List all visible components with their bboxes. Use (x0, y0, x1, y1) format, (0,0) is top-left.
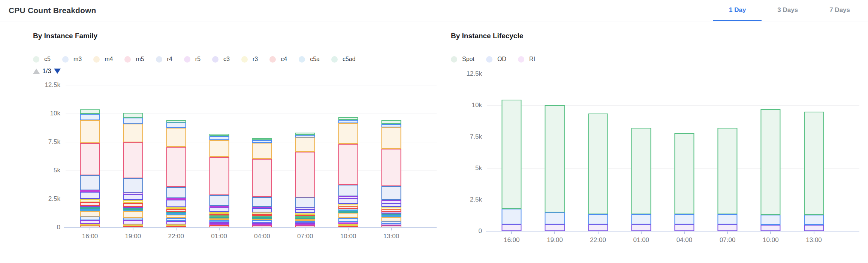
bar-22:00[interactable] (588, 114, 608, 231)
bar-segment-pink (338, 144, 358, 185)
tab-1-day[interactable]: 1 Day (713, 0, 762, 21)
legend-item-r3[interactable]: r3 (241, 56, 258, 63)
header: CPU Count Breakdown 1 Day 3 Days 7 Days (0, 0, 868, 21)
legend-item-c5[interactable]: c5 (33, 56, 51, 63)
legend-dot-icon (269, 56, 276, 63)
legend-dot-icon (486, 56, 492, 63)
bar-segment-green (674, 133, 694, 214)
bar-segment-purple (166, 221, 186, 224)
bar-segment-blue (123, 118, 143, 124)
bar-10:00[interactable] (338, 117, 358, 227)
legend-item-m4[interactable]: m4 (93, 56, 113, 63)
tab-3-days[interactable]: 3 Days (762, 0, 814, 21)
y-axis-tick-label: 10k (459, 102, 482, 109)
bar-segment-amber (166, 128, 186, 147)
bar-segment-amber (209, 140, 229, 157)
legend-item-r4[interactable]: r4 (156, 56, 172, 63)
bar-19:00[interactable] (545, 105, 565, 231)
legend-item-label: c3 (223, 56, 230, 63)
bar-13:00[interactable] (381, 120, 401, 227)
bar-segment-violet (761, 225, 781, 231)
bar-01:00[interactable] (209, 134, 229, 227)
bar-segment-blue (631, 214, 651, 224)
legend-item-label: OD (497, 56, 506, 63)
legend-item-spot[interactable]: Spot (451, 56, 474, 63)
y-axis-tick-label: 7.5k (37, 138, 60, 146)
x-axis-tick-label: 10:00 (763, 236, 779, 244)
bar-segment-blue (545, 212, 565, 224)
gridline (66, 85, 437, 85)
legend-page-down-icon[interactable] (54, 69, 61, 74)
legend-item-label: c4 (281, 56, 287, 63)
bar-segment-amber (338, 213, 358, 218)
bar-segment-green (804, 112, 824, 215)
y-axis-tick-label: 0 (37, 224, 60, 231)
gridline (487, 74, 859, 74)
legend-item-c4[interactable]: c4 (269, 56, 287, 63)
y-axis-tick-label: 12.5k (459, 70, 482, 78)
legend-dot-icon (184, 56, 190, 63)
legend-item-c5ad[interactable]: c5ad (331, 56, 356, 63)
legend-item-c3[interactable]: c3 (212, 56, 230, 63)
legend-dot-icon (124, 56, 131, 63)
legend-item-m3[interactable]: m3 (62, 56, 82, 63)
bar-segment-amber (295, 137, 315, 152)
bar-segment-blue (209, 136, 229, 140)
x-axis-tick (133, 227, 133, 230)
legend-item-c5a[interactable]: c5a (299, 56, 320, 63)
bar-segment-purple (123, 220, 143, 224)
bar-segment-pink (252, 159, 272, 197)
bar-segment-amber (123, 124, 143, 142)
legend-dot-icon (33, 56, 39, 63)
x-axis-tick (511, 231, 512, 234)
panel-instance-family: By Instance Family c5m3m4m5r4r5c3r3c4c5a… (0, 21, 445, 231)
bar-10:00[interactable] (761, 109, 781, 231)
tab-7-days[interactable]: 7 Days (814, 0, 866, 21)
x-axis-tick-label: 22:00 (168, 233, 184, 240)
legend-page-up-icon[interactable] (33, 69, 40, 74)
x-axis-tick (598, 231, 599, 234)
bar-segment-steel (252, 197, 272, 207)
bar-segment-purple (80, 220, 100, 224)
bar-segment-green (80, 109, 100, 114)
legend-item-label: c5a (310, 56, 320, 63)
legend-item-od[interactable]: OD (486, 56, 506, 63)
bar-segment-blue (80, 217, 100, 221)
x-axis-tick-label: 19:00 (547, 236, 563, 244)
bar-01:00[interactable] (631, 128, 651, 231)
bar-segment-steel (381, 186, 401, 200)
bar-segment-purple (381, 200, 401, 203)
bar-13:00[interactable] (804, 112, 824, 231)
bar-segment-amber (123, 211, 143, 218)
bar-segment-steel (295, 197, 315, 208)
legend-dot-icon (241, 56, 248, 63)
legend-item-ri[interactable]: RI (518, 56, 535, 63)
bar-19:00[interactable] (123, 113, 143, 227)
x-axis-tick (641, 231, 642, 234)
x-axis-tick-label: 01:00 (211, 233, 227, 240)
y-axis-tick-label: 5k (37, 167, 60, 174)
bar-07:00[interactable] (295, 133, 315, 227)
legend-dot-icon (331, 56, 338, 63)
legend-dot-icon (299, 56, 305, 63)
bar-04:00[interactable] (674, 133, 694, 231)
x-axis-tick (176, 227, 177, 230)
legend-item-m5[interactable]: m5 (124, 56, 144, 63)
bar-22:00[interactable] (166, 120, 186, 227)
legend-item-label: m5 (136, 56, 144, 63)
bar-16:00[interactable] (502, 100, 522, 231)
bar-segment-amber (166, 215, 186, 218)
panel-instance-lifecycle: By Instance Lifecycle SpotODRI 12.5k10k7… (445, 21, 868, 231)
instance-family-plot: 12.5k10k7.5k5k2.5k016:0019:0022:0001:000… (66, 80, 437, 227)
bar-07:00[interactable] (718, 128, 738, 231)
x-axis-tick (391, 227, 392, 230)
legend-item-label: r5 (195, 56, 201, 63)
legend-item-r5[interactable]: r5 (184, 56, 201, 63)
x-axis-tick (554, 231, 555, 234)
time-range-tabs: 1 Day 3 Days 7 Days (713, 0, 866, 21)
bar-04:00[interactable] (252, 138, 272, 227)
bar-16:00[interactable] (80, 109, 100, 227)
legend-item-label: r3 (253, 56, 258, 63)
bar-segment-indigo (166, 200, 186, 207)
bar-segment-yellow (123, 200, 143, 203)
